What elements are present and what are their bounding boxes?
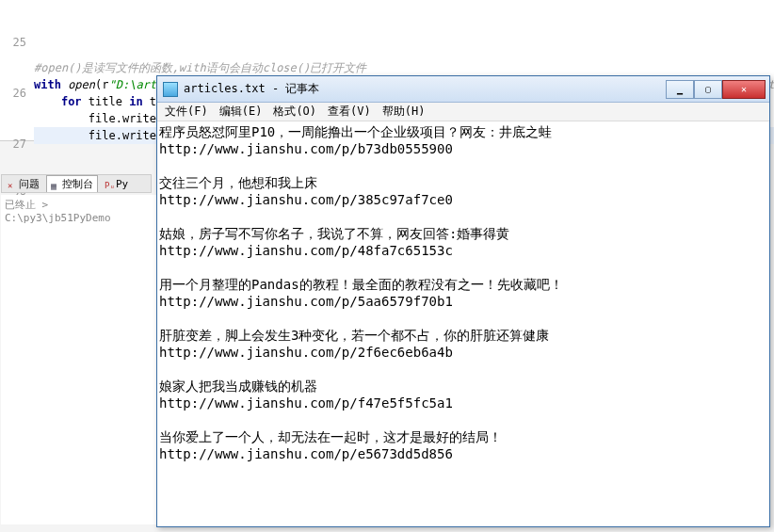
console-icon <box>51 180 60 189</box>
python-icon <box>105 179 114 188</box>
menu-edit[interactable]: 编辑(E) <box>216 103 266 121</box>
console-panel[interactable]: 已终止 > C:\py3\jb51PyDemo <box>1 195 161 524</box>
close-button[interactable] <box>722 80 766 99</box>
tab-problems[interactable]: 问题 <box>4 176 43 192</box>
panel-tabs: 问题 控制台 Py <box>1 174 152 193</box>
menu-file[interactable]: 文件(F) <box>161 103 212 121</box>
notepad-icon <box>163 82 178 97</box>
window-title: articles.txt - 记事本 <box>184 81 666 97</box>
minimize-button[interactable] <box>666 80 694 99</box>
titlebar[interactable]: articles.txt - 记事本 <box>157 76 769 103</box>
console-output: 已终止 > C:\py3\jb51PyDemo <box>5 199 111 224</box>
maximize-button[interactable] <box>694 80 722 99</box>
line-number: 26 <box>0 85 26 102</box>
menubar: 文件(F) 编辑(E) 格式(O) 查看(V) 帮助(H) <box>157 103 769 121</box>
menu-help[interactable]: 帮助(H) <box>379 103 429 121</box>
window-buttons <box>666 80 766 99</box>
tab-console[interactable]: 控制台 <box>46 175 98 192</box>
error-icon <box>8 179 17 188</box>
menu-view[interactable]: 查看(V) <box>324 103 375 121</box>
notepad-textarea[interactable]: 程序员怒怼阿里P10，一周能撸出一个企业级项目？网友：井底之蛙 http://w… <box>157 121 769 526</box>
menu-format[interactable]: 格式(O) <box>269 103 320 121</box>
line-number: 27 <box>0 136 26 153</box>
tab-python[interactable]: Py <box>101 177 132 191</box>
comment: #open()是读写文件的函数,with语句会自动close()已打开文件 <box>34 61 366 74</box>
notepad-window[interactable]: articles.txt - 记事本 文件(F) 编辑(E) 格式(O) 查看(… <box>156 75 770 527</box>
line-number: 25 <box>0 34 26 51</box>
